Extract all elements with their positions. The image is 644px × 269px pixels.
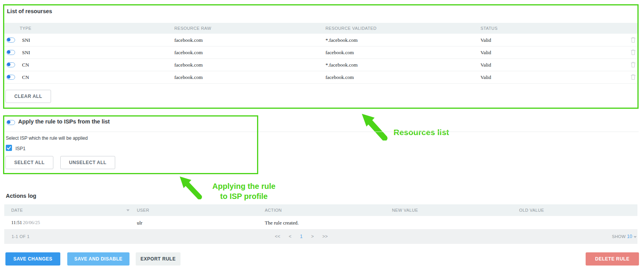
cell-resource-raw: facebook.com xyxy=(174,50,203,56)
cell-resource-validated: facebook.com xyxy=(325,50,354,56)
col-resource-raw: RESOURCE RAW xyxy=(174,26,211,31)
log-row: 11:51 20/06/25 ulr The rule created. xyxy=(4,216,637,229)
table-row: SNI facebook.com facebook.com Valid xyxy=(4,46,637,59)
save-changes-button[interactable]: SAVE CHANGES xyxy=(5,252,60,266)
table-row: SNI facebook.com *.facebook.com Valid xyxy=(4,34,637,46)
log-user: ulr xyxy=(137,220,142,226)
page-size-select[interactable]: 10 xyxy=(627,234,637,239)
pagination-bar: 1-1 OF 1 << < 1 > >> SHOW 10 xyxy=(4,229,637,244)
col-type: TYPE xyxy=(20,26,31,31)
save-and-disable-button[interactable]: SAVE AND DISABLE xyxy=(67,252,129,266)
resource-enabled-toggle[interactable] xyxy=(7,62,15,67)
col-old-value: OLD VALUE xyxy=(519,208,544,212)
page-size-value: 10 xyxy=(627,234,632,239)
isp1-checkbox[interactable] xyxy=(6,145,12,151)
cell-type: SNI xyxy=(22,50,30,56)
isp-section-title: Apply the rule to ISPs from the list xyxy=(18,118,110,125)
resource-enabled-toggle[interactable] xyxy=(7,50,15,55)
col-user: USER xyxy=(137,208,149,212)
delete-resource-icon[interactable] xyxy=(630,74,636,80)
page: List of resourses TYPE RESOURCE RAW RESO… xyxy=(0,0,644,269)
resource-enabled-toggle[interactable] xyxy=(7,75,15,80)
clear-all-button[interactable]: CLEAR ALL xyxy=(5,90,51,103)
cell-status: Valid xyxy=(480,50,491,56)
log-time: 11:51 xyxy=(11,220,22,226)
resources-annotation-label: Resources list xyxy=(394,128,449,137)
apply-rule-toggle[interactable] xyxy=(7,120,15,125)
cell-status: Valid xyxy=(480,62,491,68)
pagination-page-1[interactable]: 1 xyxy=(300,234,303,239)
cell-resource-validated: *.facebook.com xyxy=(325,37,358,43)
delete-resource-icon[interactable] xyxy=(630,62,636,68)
cell-type: SNI xyxy=(22,37,30,43)
col-new-value: NEW VALUE xyxy=(392,208,418,212)
cell-type: CN xyxy=(22,74,29,81)
cell-status: Valid xyxy=(480,74,491,81)
isp-annotation-line2: to ISP profile xyxy=(207,191,281,201)
cell-resource-raw: facebook.com xyxy=(174,37,203,43)
pagination-last[interactable]: >> xyxy=(322,234,328,239)
isp-annotation-line1: Applying the rule xyxy=(207,181,281,191)
cell-resource-raw: facebook.com xyxy=(174,74,203,81)
delete-resource-icon[interactable] xyxy=(630,49,636,55)
col-status: STATUS xyxy=(480,26,497,31)
pagination-prev[interactable]: < xyxy=(289,234,291,239)
isp-annotation-label: Applying the rule to ISP profile xyxy=(207,181,281,201)
cell-resource-validated: facebook.com xyxy=(325,74,354,81)
table-row: CN facebook.com *.facebook.com Valid xyxy=(4,58,637,71)
show-label: SHOW xyxy=(612,234,626,239)
unselect-all-button[interactable]: UNSELECT ALL xyxy=(60,156,115,169)
col-date[interactable]: DATE xyxy=(11,208,23,212)
resources-table-header: TYPE RESOURCE RAW RESOURCE VALIDATED STA… xyxy=(4,23,637,34)
pagination-next[interactable]: > xyxy=(311,234,314,239)
log-date: 20/06/25 xyxy=(23,220,40,226)
isp1-checkbox-label: ISP1 xyxy=(15,146,26,151)
resources-annotation-arrow-icon xyxy=(361,113,389,140)
table-row: CN facebook.com facebook.com Valid xyxy=(4,71,637,84)
select-all-button[interactable]: SELECT ALL xyxy=(5,156,53,169)
actions-log-header: DATE USER ACTION NEW VALUE OLD VALUE xyxy=(4,204,637,216)
select-isp-hint: Select ISP which the rule will be applie… xyxy=(6,135,88,141)
export-rule-button[interactable]: EXPORT RULE xyxy=(136,252,181,266)
resource-enabled-toggle[interactable] xyxy=(7,38,15,43)
chevron-down-icon xyxy=(634,236,637,238)
col-resource-validated: RESOURCE VALIDATED xyxy=(325,26,377,31)
delete-resource-icon[interactable] xyxy=(630,37,636,43)
pagination-range: 1-1 OF 1 xyxy=(12,234,30,239)
sort-caret-icon[interactable] xyxy=(126,209,129,211)
cell-resource-raw: facebook.com xyxy=(174,62,203,68)
delete-rule-button[interactable]: DELETE RULE xyxy=(586,252,639,266)
cell-type: CN xyxy=(22,62,29,68)
col-action: ACTION xyxy=(265,208,282,212)
isp-annotation-arrow-icon xyxy=(179,175,204,199)
actions-log-title: Actions log xyxy=(6,193,36,199)
cell-resource-validated: *.facebook.com xyxy=(325,62,358,68)
pagination-controls: << < 1 > >> xyxy=(275,234,328,239)
log-action: The rule created. xyxy=(265,220,299,226)
pagination-first[interactable]: << xyxy=(275,234,280,239)
cell-status: Valid xyxy=(480,37,491,43)
resources-section-title: List of resourses xyxy=(7,8,52,14)
